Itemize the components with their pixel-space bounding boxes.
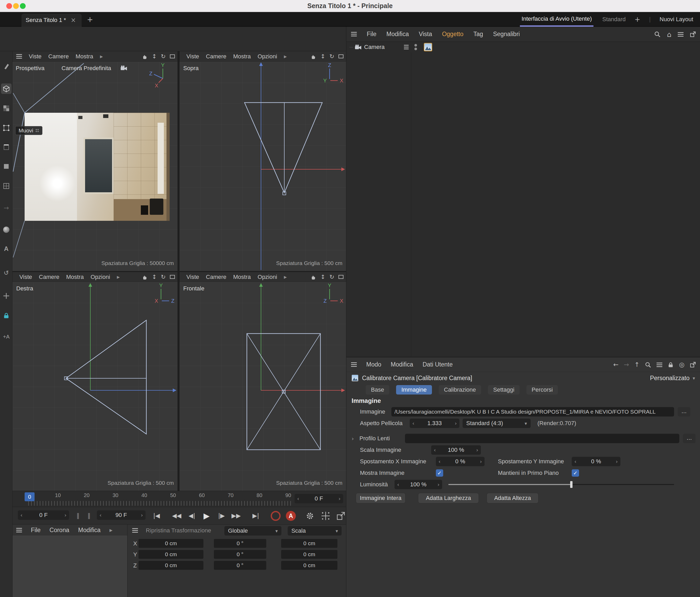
lock-workplane-button[interactable] xyxy=(1,310,11,321)
maximize-view-icon[interactable] xyxy=(339,54,344,58)
menu-file[interactable]: File xyxy=(367,31,376,38)
parent-object-icon[interactable]: ↑ xyxy=(634,361,640,368)
dolly-icon[interactable]: ↕ xyxy=(320,274,325,280)
scale-y-field[interactable]: 0 cm xyxy=(281,550,338,559)
rotation-z-field[interactable]: 0 ° xyxy=(214,561,266,570)
menu-overflow-icon[interactable]: ▸ xyxy=(117,274,120,280)
next-key-button[interactable]: ▶▶ xyxy=(230,510,243,521)
menu-camere[interactable]: Camere xyxy=(206,274,226,281)
autokey-button[interactable]: A xyxy=(286,511,296,521)
maximize-view-icon[interactable] xyxy=(170,275,175,279)
frame-spinner[interactable]: ‹ 0 F › xyxy=(295,494,343,503)
current-frame-field[interactable]: ‹ 0 F › xyxy=(18,511,69,520)
make-editable-button[interactable] xyxy=(1,61,11,71)
coordinate-system-dropdown[interactable]: Globale ▾ xyxy=(224,526,281,536)
lock-icon[interactable] xyxy=(668,361,674,368)
reset-transform-button[interactable]: Ripristina Trasformazione xyxy=(146,527,211,534)
menu-segnalibri[interactable]: Segnalibri xyxy=(493,31,520,38)
expander-icon[interactable]: › xyxy=(352,435,357,442)
tab-immagine[interactable]: Immagine xyxy=(396,385,432,394)
home-icon[interactable]: ⌂ xyxy=(667,30,672,38)
tab-percorsi[interactable]: Percorsi xyxy=(526,385,558,394)
image-path-field[interactable]: /Users/lauragiacomelli/Desktop/K U B I C… xyxy=(391,407,674,416)
next-frame-button[interactable]: |▶ xyxy=(215,510,228,521)
axis-mode-button[interactable]: A xyxy=(1,243,11,254)
play-button[interactable]: ▶ xyxy=(200,510,213,521)
new-layout-button[interactable]: Nuovi Layout xyxy=(660,16,693,23)
panel-menu-icon[interactable] xyxy=(351,362,357,367)
offset-x-spinner[interactable]: ‹ 0 % › xyxy=(436,457,484,466)
menu-overflow-icon[interactable]: ▸ xyxy=(100,53,103,60)
camera-calibrator-tag[interactable] xyxy=(424,43,432,51)
film-aspect-spinner[interactable]: ‹ 1.333 › xyxy=(410,419,459,428)
position-x-field[interactable]: 0 cm xyxy=(139,539,203,548)
end-frame-field[interactable]: ‹ 90 F › xyxy=(97,511,146,520)
keep-foreground-checkbox[interactable]: ✓ xyxy=(572,469,579,477)
menu-overflow-icon[interactable]: ▸ xyxy=(284,274,287,280)
rotate-workplane-button[interactable]: ↺ xyxy=(1,268,11,278)
snap-button[interactable] xyxy=(1,291,11,301)
object-row-camera[interactable]: Camera xyxy=(346,42,700,52)
pause-mode-button[interactable]: ‖ xyxy=(73,510,83,521)
menu-file[interactable]: File xyxy=(31,527,41,534)
add-layout-button[interactable]: + xyxy=(634,16,640,23)
history-forward-icon[interactable]: → xyxy=(624,361,629,368)
new-window-icon[interactable] xyxy=(690,31,696,37)
layer-icon[interactable] xyxy=(404,45,409,49)
model-mode-button[interactable] xyxy=(1,83,11,94)
menu-camere[interactable]: Camere xyxy=(48,53,69,60)
viewport-top[interactable]: Sopra Z Y X Spaziatura Griglia : 500 cm xyxy=(180,62,346,271)
menu-viste[interactable]: Viste xyxy=(186,53,199,60)
visibility-dots-icon[interactable] xyxy=(415,44,417,50)
record-button[interactable] xyxy=(271,511,281,521)
dolly-icon[interactable]: ↕ xyxy=(320,53,325,60)
menu-overflow-icon[interactable]: ▸ xyxy=(284,53,287,60)
viewport-name-label[interactable]: Sopra xyxy=(183,65,199,72)
orbit-icon[interactable]: ↻ xyxy=(330,274,334,280)
panel-menu-icon[interactable] xyxy=(16,54,22,59)
menu-oggetto[interactable]: Oggetto xyxy=(442,31,464,38)
offset-y-spinner[interactable]: ‹ 0 % › xyxy=(572,457,620,466)
dolly-icon[interactable]: ↕ xyxy=(152,274,156,280)
timeline-ruler[interactable]: 0 10 20 30 40 50 60 70 80 90 0 ‹ 0 F › xyxy=(12,491,346,507)
filter-icon[interactable] xyxy=(678,32,683,36)
menu-camere[interactable]: Camere xyxy=(39,274,59,281)
polygon-mode-button[interactable] xyxy=(1,161,11,172)
menu-mostra[interactable]: Mostra xyxy=(76,53,93,60)
menu-opzioni[interactable]: Opzioni xyxy=(257,274,277,281)
orbit-icon[interactable]: ↻ xyxy=(161,274,166,280)
panel-menu-icon[interactable] xyxy=(132,528,138,533)
viewport-filter-button[interactable] xyxy=(1,225,11,235)
point-mode-button[interactable] xyxy=(1,123,11,133)
previous-frame-button[interactable]: ◀| xyxy=(185,510,198,521)
slider-handle[interactable] xyxy=(570,481,573,488)
quantize-button[interactable]: +A xyxy=(1,332,11,342)
search-icon[interactable] xyxy=(645,362,651,368)
menu-viste[interactable]: Viste xyxy=(19,274,32,281)
stop-mode-button[interactable]: ‖ xyxy=(84,510,94,521)
browse-button[interactable]: ... xyxy=(683,434,696,443)
record-options-button[interactable] xyxy=(336,511,346,521)
brightness-spinner[interactable]: ‹ 100 % › xyxy=(395,480,442,489)
active-camera-label[interactable]: Camera Predefinita xyxy=(61,65,111,72)
fit-width-button[interactable]: Adatta Larghezza xyxy=(418,493,479,503)
menu-modo[interactable]: Modo xyxy=(366,361,381,368)
pan-hand-icon[interactable] xyxy=(310,274,316,280)
viewport-perspective[interactable]: Prospettiva Camera Predefinita Y Z X Muo… xyxy=(12,62,177,271)
lens-profile-field[interactable] xyxy=(405,434,679,443)
object-name[interactable]: Camera xyxy=(364,44,384,51)
sync-selection-icon[interactable]: ◎ xyxy=(679,361,684,368)
viewport-name-label[interactable]: Frontale xyxy=(183,285,204,292)
preset-dropdown[interactable]: Personalizzato ▾ xyxy=(650,374,695,382)
menu-viste[interactable]: Viste xyxy=(29,53,42,60)
texture-mode-button[interactable] xyxy=(1,103,11,113)
position-z-field[interactable]: 0 cm xyxy=(139,561,203,570)
menu-overflow-icon[interactable]: ▸ xyxy=(109,527,112,534)
menu-viste[interactable]: Viste xyxy=(186,274,199,281)
go-to-end-button[interactable]: ▶| xyxy=(249,510,262,521)
menu-modifica[interactable]: Modifica xyxy=(386,31,409,38)
close-tab-icon[interactable]: × xyxy=(71,17,76,24)
new-window-icon[interactable] xyxy=(690,362,696,368)
document-tab[interactable]: Senza Titolo 1 * × xyxy=(22,14,82,27)
menu-vista[interactable]: Vista xyxy=(419,31,432,38)
